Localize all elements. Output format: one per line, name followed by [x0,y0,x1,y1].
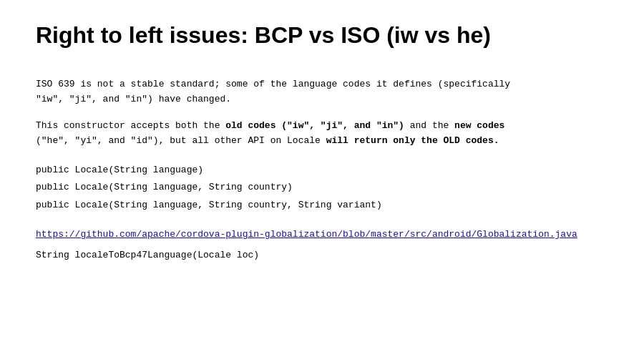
content-area: ISO 639 is not a stable standard; some o… [36,77,608,263]
paragraph1-line1: ISO 639 is not a stable standard; some o… [36,79,510,89]
paragraph2-line2-prefix: ("he", "yi", and "id"), but all other AP… [36,135,326,146]
final-line: String localeToBcp47Language(Locale loc) [36,248,608,263]
paragraph2-bold1: old codes ("iw", "ji", and "in") [225,120,404,131]
link-block: https://github.com/apache/cordova-plugin… [36,228,608,243]
paragraph-2: This constructor accepts both the old co… [36,119,608,149]
code-line-3: public Locale(String language, String co… [36,198,608,213]
paragraph2-prefix: This constructor accepts both the [36,120,225,131]
paragraph2-mid: and the [404,120,454,131]
paragraph2-bold2: new codes [454,120,504,131]
code-line-2: public Locale(String language, String co… [36,180,608,195]
paragraph1-line2: "iw", "ji", and "in") have changed. [36,94,231,104]
page-title: Right to left issues: BCP vs ISO (iw vs … [36,21,608,49]
code-block: public Locale(String language) public Lo… [36,163,608,213]
paragraph2-bold3: will return only the OLD codes. [326,135,499,146]
github-link[interactable]: https://github.com/apache/cordova-plugin… [36,228,608,243]
paragraph-1: ISO 639 is not a stable standard; some o… [36,77,608,107]
link-line2: Globalization.java [477,229,577,240]
link-line1: https://github.com/apache/cordova-plugin… [36,229,477,240]
code-line-1: public Locale(String language) [36,163,608,178]
final-line-text: String localeToBcp47Language(Locale loc) [36,250,259,260]
